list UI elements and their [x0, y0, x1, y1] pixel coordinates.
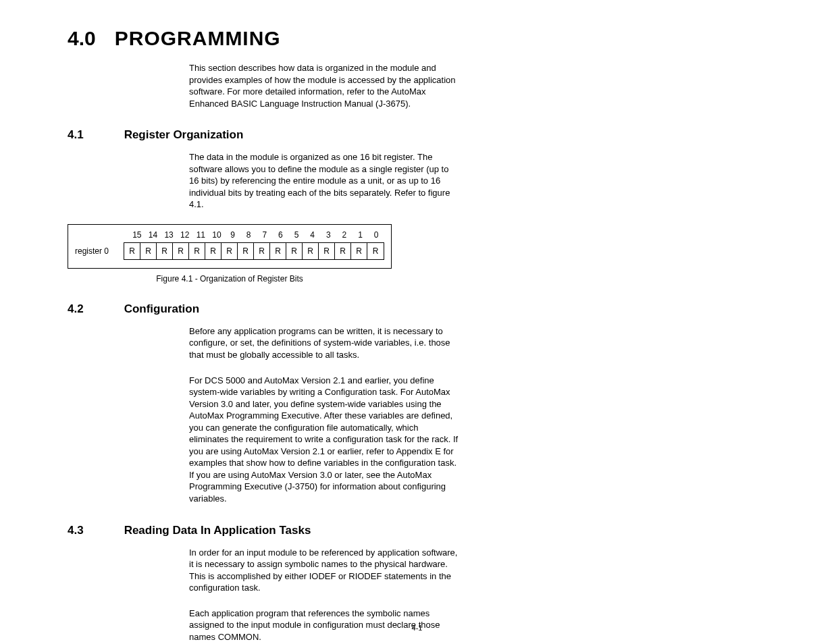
- figure-box: 15 14 13 12 11 10 9 8 7 6 5 4 3 2 1 0 re…: [68, 224, 392, 269]
- bit-label: 0: [368, 230, 384, 240]
- bit-cell: R: [140, 243, 157, 259]
- section-43-heading: 4.3 Reading Data In Application Tasks: [68, 524, 766, 537]
- bit-label: 1: [353, 230, 369, 240]
- bit-label: 10: [209, 230, 225, 240]
- bit-cell: R: [221, 243, 238, 259]
- bit-cell: R: [124, 243, 140, 259]
- section-42-p1: Before any application programs can be w…: [189, 325, 459, 361]
- section-41-body: The data in the module is organized as o…: [189, 151, 459, 211]
- register-row: register 0 R R R R R R R R R R R R R R R: [75, 242, 384, 260]
- section-number: 4.3: [68, 524, 84, 537]
- main-heading-title: PROGRAMMING: [115, 27, 281, 50]
- bit-cell: R: [303, 243, 319, 259]
- bit-cell: R: [254, 243, 270, 259]
- bit-label: 9: [225, 230, 241, 240]
- bit-label: 7: [257, 230, 273, 240]
- bit-label: 11: [193, 230, 209, 240]
- bit-header-row: 15 14 13 12 11 10 9 8 7 6 5 4 3 2 1 0: [129, 230, 384, 240]
- bit-label: 2: [336, 230, 353, 240]
- bit-cell: R: [367, 243, 384, 259]
- bit-label: 4: [305, 230, 321, 240]
- page-number: 4-1: [412, 624, 423, 632]
- bit-label: 5: [288, 230, 305, 240]
- section-42-heading: 4.2 Configuration: [68, 302, 766, 316]
- section-43-p1: In order for an input module to be refer…: [189, 547, 459, 594]
- bit-cell: R: [286, 243, 303, 259]
- section-title: Configuration: [124, 302, 199, 316]
- section-42-p2: For DCS 5000 and AutoMax Version 2.1 and…: [189, 375, 459, 505]
- bit-cell: R: [351, 243, 367, 259]
- bit-cell: R: [189, 243, 205, 259]
- bit-label: 8: [240, 230, 257, 240]
- bit-cell: R: [205, 243, 221, 259]
- bit-label: 14: [145, 230, 161, 240]
- figure-caption: Figure 4.1 - Organization of Register Bi…: [68, 274, 392, 284]
- bit-label: 3: [321, 230, 337, 240]
- bit-grid: R R R R R R R R R R R R R R R R: [124, 242, 384, 260]
- bit-cell: R: [238, 243, 254, 259]
- section-41-heading: 4.1 Register Organization: [68, 128, 766, 142]
- bit-cell: R: [157, 243, 173, 259]
- section-title: Register Organization: [124, 128, 244, 142]
- intro-paragraph: This section describes how data is organ…: [189, 62, 459, 109]
- bit-label: 15: [129, 230, 145, 240]
- bit-label: 12: [177, 230, 193, 240]
- bit-label: 13: [161, 230, 177, 240]
- register-label: register 0: [75, 246, 124, 256]
- bit-cell: R: [173, 243, 189, 259]
- main-heading: 4.0 PROGRAMMING: [68, 27, 766, 50]
- section-title: Reading Data In Application Tasks: [124, 524, 311, 537]
- bit-cell: R: [319, 243, 335, 259]
- section-number: 4.2: [68, 302, 84, 316]
- main-heading-number: 4.0: [68, 27, 96, 50]
- bit-label: 6: [273, 230, 289, 240]
- bit-cell: R: [335, 243, 351, 259]
- figure-41: 15 14 13 12 11 10 9 8 7 6 5 4 3 2 1 0 re…: [68, 224, 766, 284]
- section-number: 4.1: [68, 128, 84, 142]
- bit-cell: R: [270, 243, 286, 259]
